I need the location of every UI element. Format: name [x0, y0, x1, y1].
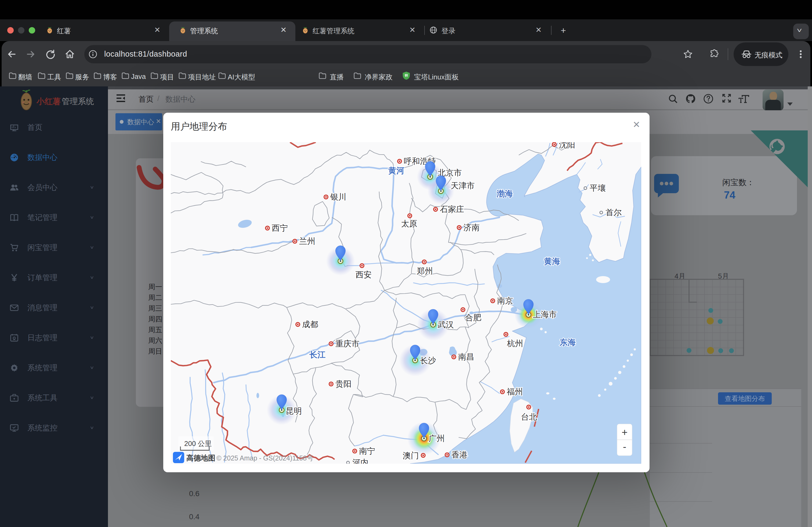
svg-text:南京: 南京: [497, 296, 513, 305]
svg-text:东海: 东海: [559, 338, 576, 347]
svg-text:上海市: 上海市: [533, 310, 557, 319]
svg-text:南宁: 南宁: [359, 447, 375, 455]
svg-text:天津市: 天津市: [451, 181, 475, 190]
svg-text:兰州: 兰州: [299, 237, 315, 245]
svg-text:成都: 成都: [302, 320, 318, 329]
svg-text:黄河: 黄河: [388, 166, 404, 175]
svg-text:台北: 台北: [521, 412, 537, 421]
svg-text:武汉: 武汉: [438, 320, 454, 329]
svg-text:渤海: 渤海: [496, 189, 513, 198]
svg-text:福州: 福州: [507, 387, 523, 396]
svg-text:澳门: 澳门: [403, 451, 419, 460]
svg-text:银川: 银川: [330, 192, 346, 201]
svg-text:首尔: 首尔: [606, 208, 622, 217]
svg-text:长江: 长江: [309, 350, 325, 359]
svg-text:西宁: 西宁: [272, 224, 288, 232]
svg-text:平壤: 平壤: [590, 183, 606, 192]
svg-text:济南: 济南: [463, 223, 480, 232]
svg-text:-: -: [623, 441, 626, 452]
svg-text:河内: 河内: [352, 458, 368, 464]
svg-text:杭州: 杭州: [507, 339, 523, 348]
svg-text:贵阳: 贵阳: [335, 379, 351, 388]
svg-text:广州: 广州: [429, 434, 445, 443]
svg-text:长沙: 长沙: [420, 356, 436, 365]
svg-text:西安: 西安: [356, 270, 372, 279]
svg-text:合肥: 合肥: [465, 313, 481, 322]
svg-text:石家庄: 石家庄: [440, 205, 464, 214]
svg-text:南昌: 南昌: [458, 352, 474, 361]
svg-text:© 2025 Amap - GS(2024)1158号: © 2025 Amap - GS(2024)1158号: [216, 454, 313, 462]
svg-text:郑州: 郑州: [417, 267, 433, 275]
svg-text:昆明: 昆明: [286, 407, 302, 416]
svg-text:+: +: [622, 427, 627, 438]
svg-text:重庆市: 重庆市: [335, 339, 360, 348]
svg-text:香港: 香港: [451, 450, 467, 459]
svg-text:黄海: 黄海: [544, 257, 560, 266]
svg-text:200 公里: 200 公里: [184, 439, 212, 448]
svg-text:高德地图: 高德地图: [186, 454, 215, 462]
svg-text:沈阳: 沈阳: [559, 142, 575, 149]
svg-text:太原: 太原: [401, 219, 417, 228]
